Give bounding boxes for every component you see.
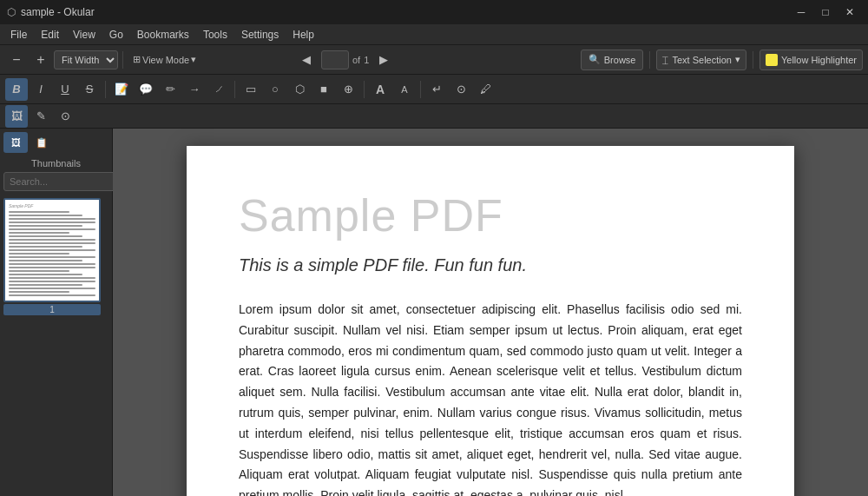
app-icon: ⬡ xyxy=(7,6,16,18)
annot-tool-2[interactable]: U xyxy=(54,78,76,101)
outline-tab[interactable]: 📋 xyxy=(30,132,54,153)
sidebar: 🖼 📋 Thumbnails ⊝ Sample PDF xyxy=(0,129,113,496)
menu-tools[interactable]: Tools xyxy=(196,27,234,43)
thumbnail-label: 1 xyxy=(3,304,101,315)
title-bar-left: ⬡ sample - Okular xyxy=(7,6,95,18)
menu-bookmarks[interactable]: Bookmarks xyxy=(130,27,196,43)
annot-arrow[interactable]: → xyxy=(183,78,206,101)
sep-a1 xyxy=(105,81,106,98)
thumb-line xyxy=(9,211,69,213)
annot-fill-rect[interactable]: ■ xyxy=(312,78,335,101)
page-navigation: ◀ 1 of 1 ▶ xyxy=(295,49,395,71)
extra-tool-0[interactable]: 🖼 xyxy=(5,105,28,128)
page-of-label: of xyxy=(352,55,360,65)
chevron-down-icon: ▾ xyxy=(191,54,196,65)
thumb-line xyxy=(9,284,82,286)
page-number-input[interactable]: 1 xyxy=(321,50,349,69)
menu-help[interactable]: Help xyxy=(286,27,321,43)
highlight-label: Yellow Highlighter xyxy=(781,55,857,65)
pdf-title: Sample PDF xyxy=(239,189,742,241)
browse-button[interactable]: 🔍 Browse xyxy=(581,50,644,70)
thumb-line xyxy=(9,235,82,237)
annot-freehand[interactable]: ✏ xyxy=(159,78,181,101)
extra-tool-1[interactable]: ✎ xyxy=(30,105,52,128)
pdf-subtitle: This is a simple PDF file. Fun fun fun. xyxy=(239,255,742,275)
annot-text-a[interactable]: A xyxy=(393,78,416,101)
separator3 xyxy=(753,51,753,69)
thumb-line xyxy=(9,263,95,265)
maximize-button[interactable]: □ xyxy=(814,3,837,21)
annot-stamp[interactable]: ⊕ xyxy=(337,78,359,101)
annot-note[interactable]: 📝 xyxy=(110,78,133,101)
view-mode-button[interactable]: ⊞ View Mode ▾ xyxy=(128,49,201,71)
page-total-label: 1 xyxy=(364,55,369,65)
fit-width-select[interactable]: Fit Width xyxy=(54,50,118,69)
thumb-line xyxy=(9,260,82,261)
minimize-button[interactable]: ─ xyxy=(790,3,812,21)
browse-icon: 🔍 xyxy=(589,54,601,65)
browse-label: Browse xyxy=(604,55,636,65)
menu-edit[interactable]: Edit xyxy=(34,27,66,43)
thumb-line xyxy=(9,277,95,279)
thumb-line xyxy=(9,253,69,255)
zoom-in-button[interactable]: + xyxy=(30,49,52,71)
annot-tool-0[interactable]: B xyxy=(5,78,28,101)
annot-line[interactable]: ⟋ xyxy=(207,78,230,101)
extra-tool-2[interactable]: ⊙ xyxy=(54,105,76,128)
thumb-line xyxy=(9,256,95,258)
menu-settings[interactable]: Settings xyxy=(234,27,286,43)
menu-file[interactable]: File xyxy=(3,27,34,43)
menu-view[interactable]: View xyxy=(66,27,102,43)
navigation-toolbar: − + Fit Width ⊞ View Mode ▾ ◀ 1 of 1 ▶ 🔍… xyxy=(0,45,868,75)
thumbnail-image: Sample PDF xyxy=(3,198,101,302)
annot-tool-1[interactable]: I xyxy=(30,78,52,101)
annot-circle[interactable]: ⊙ xyxy=(450,78,472,101)
sidebar-search: ⊝ xyxy=(3,172,108,191)
thumb-line xyxy=(9,215,82,216)
text-selection-label: Text Selection xyxy=(672,55,731,65)
thumb-line xyxy=(9,291,69,293)
annot-return[interactable]: ↵ xyxy=(425,78,448,101)
close-button[interactable]: ✕ xyxy=(838,3,861,21)
thumb-line xyxy=(9,294,95,296)
thumb-line xyxy=(9,225,82,227)
text-selection-button[interactable]: ⌶ Text Selection ▾ xyxy=(656,50,746,70)
pdf-page: Sample PDF This is a simple PDF file. Fu… xyxy=(187,146,794,496)
view-mode-icon: ⊞ xyxy=(133,54,141,65)
annot-rect[interactable]: ▭ xyxy=(240,78,262,101)
thumbnail-tab[interactable]: 🖼 xyxy=(3,132,28,153)
sidebar-tabs: 🖼 📋 xyxy=(0,129,112,156)
annot-tool-3[interactable]: S xyxy=(78,78,101,101)
zoom-out-button[interactable]: − xyxy=(5,49,28,71)
thumb-line xyxy=(9,228,95,230)
main-content: 🖼 📋 Thumbnails ⊝ Sample PDF xyxy=(0,129,868,496)
annot-pin[interactable]: 🖊 xyxy=(474,78,496,101)
thumb-line xyxy=(9,218,95,220)
separator2 xyxy=(649,51,650,69)
prev-page-button[interactable]: ◀ xyxy=(295,49,318,71)
annot-text-A[interactable]: A xyxy=(369,78,391,101)
thumb-title: Sample PDF xyxy=(9,203,95,208)
sep-a3 xyxy=(364,81,365,98)
sidebar-label: Thumbnails xyxy=(0,156,112,172)
thumb-line xyxy=(9,270,69,272)
view-mode-label: View Mode xyxy=(142,55,189,65)
thumb-line xyxy=(9,274,82,275)
pdf-viewer[interactable]: Sample PDF This is a simple PDF file. Fu… xyxy=(113,129,868,496)
pdf-body: Lorem ipsum dolor sit amet, consectetuer… xyxy=(239,300,742,496)
annot-polygon[interactable]: ⬡ xyxy=(288,78,311,101)
thumb-line xyxy=(9,242,95,244)
annot-ellipse[interactable]: ○ xyxy=(264,78,286,101)
next-page-button[interactable]: ▶ xyxy=(372,49,395,71)
highlight-button[interactable]: Yellow Highlighter xyxy=(760,50,863,70)
thumbnail-area[interactable]: Sample PDF xyxy=(0,195,112,496)
annot-inline[interactable]: 💬 xyxy=(135,78,157,101)
menu-go[interactable]: Go xyxy=(102,27,130,43)
thumb-line xyxy=(9,249,95,251)
text-sel-chevron: ▾ xyxy=(735,54,740,65)
thumb-line xyxy=(9,239,95,241)
thumbnail-page-1[interactable]: Sample PDF xyxy=(3,198,101,315)
thumb-line xyxy=(9,267,95,268)
window-controls[interactable]: ─ □ ✕ xyxy=(790,3,861,21)
yellow-swatch xyxy=(766,54,778,66)
